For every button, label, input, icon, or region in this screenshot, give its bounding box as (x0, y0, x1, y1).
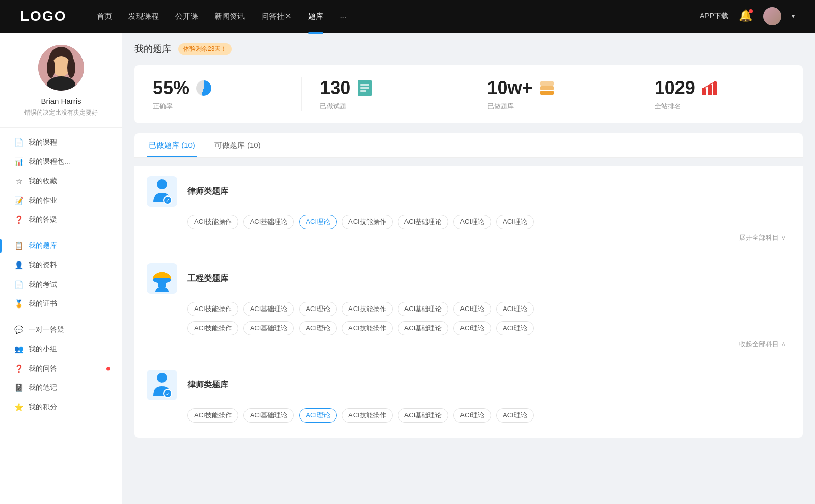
tag-item[interactable]: ACI理论 (453, 215, 491, 229)
sidebar-item-qbank[interactable]: 📋 我的题库 (0, 236, 122, 256)
tag-item[interactable]: ACI理论 (496, 321, 534, 335)
tag-item-active[interactable]: ACI理论 (299, 408, 337, 423)
svg-rect-14 (702, 88, 706, 95)
nav-qa[interactable]: 问答社区 (261, 10, 292, 23)
tag-item[interactable]: ACI理论 (496, 215, 534, 229)
notification-dot (749, 9, 753, 13)
svg-point-24 (157, 373, 167, 383)
sidebar-item-profile[interactable]: 👤 我的资料 (0, 256, 122, 275)
sidebar-item-label: 一对一答疑 (29, 325, 64, 334)
tag-item[interactable]: ACI基础理论 (398, 215, 449, 229)
sidebar-divider-2 (0, 317, 122, 317)
nav-discover[interactable]: 发现课程 (128, 10, 159, 23)
tag-item[interactable]: ACI基础理论 (398, 321, 449, 335)
tag-item-active[interactable]: ACI理论 (299, 215, 337, 229)
stat-top: 130 (320, 77, 373, 99)
sidebar-user-motto: 错误的决定比没有决定要好 (24, 108, 98, 117)
avatar-dropdown-icon[interactable]: ▾ (792, 13, 795, 20)
logo: LOGO (20, 8, 66, 24)
tag-item[interactable]: ACI基础理论 (243, 321, 294, 335)
app-download-link[interactable]: APP下载 (700, 12, 728, 21)
tag-item[interactable]: ACI技能操作 (342, 408, 393, 423)
avatar-svg (38, 45, 84, 91)
stat-label-rank: 全站排名 (655, 102, 681, 111)
svg-rect-8 (360, 84, 369, 86)
tag-item[interactable]: ACI理论 (496, 302, 534, 316)
nav-links: 首页 发现课程 公开课 新闻资讯 问答社区 题库 ··· (97, 10, 700, 23)
tag-item[interactable]: ACI理论 (299, 302, 337, 316)
user-avatar[interactable] (763, 7, 781, 25)
one-on-one-icon: 💬 (14, 325, 23, 334)
tag-item[interactable]: ACI基础理论 (398, 302, 449, 316)
tag-item[interactable]: ACI技能操作 (342, 321, 393, 335)
sidebar-item-certificate[interactable]: 🏅 我的证书 (0, 294, 122, 314)
stack-svg (539, 80, 555, 96)
sidebar-item-exam[interactable]: 📄 我的考试 (0, 275, 122, 294)
sidebar-item-1on1[interactable]: 💬 一对一答疑 (0, 320, 122, 340)
qbank-tags-row2: ACI技能操作 ACI基础理论 ACI理论 ACI技能操作 ACI基础理论 AC… (187, 321, 791, 335)
sidebar-item-label: 我的考试 (29, 280, 57, 289)
svg-rect-9 (360, 87, 369, 89)
sidebar-item-questions[interactable]: ❓ 我的问答 (0, 359, 122, 378)
sidebar-item-label: 我的问答 (29, 364, 57, 373)
svg-rect-13 (540, 91, 554, 95)
svg-point-6 (67, 58, 75, 78)
nav-home[interactable]: 首页 (97, 10, 112, 23)
sidebar-item-homework[interactable]: 📝 我的作业 (0, 191, 122, 210)
questions-icon: ❓ (14, 364, 23, 373)
tag-item[interactable]: ACI理论 (453, 408, 491, 423)
qbank-tags-lawyer-2: ACI技能操作 ACI基础理论 ACI理论 ACI技能操作 ACI基础理论 AC… (187, 408, 791, 423)
sidebar-item-group[interactable]: 👥 我的小组 (0, 340, 122, 359)
notification-bell[interactable]: 🔔 (739, 9, 753, 23)
tag-item[interactable]: ACI理论 (496, 408, 534, 423)
tag-item[interactable]: ACI基础理论 (243, 215, 294, 229)
sidebar-item-course[interactable]: 📄 我的课程 (0, 133, 122, 152)
accuracy-pie-icon (196, 80, 212, 96)
pie-chart (196, 80, 211, 96)
tag-item[interactable]: ACI基础理论 (398, 408, 449, 423)
profile-icon: 👤 (14, 261, 23, 270)
tag-item[interactable]: ACI理论 (299, 321, 337, 335)
svg-rect-12 (540, 86, 554, 90)
notes-icon: 📓 (14, 383, 23, 393)
nav-more[interactable]: ··· (340, 10, 346, 23)
stat-top: 55% (153, 77, 212, 99)
sidebar-item-qa[interactable]: ❓ 我的答疑 (0, 210, 122, 230)
nav-qbank[interactable]: 题库 (308, 10, 323, 23)
doc-svg (358, 80, 372, 96)
favorites-icon: ☆ (14, 177, 23, 186)
sidebar-item-label: 我的资料 (29, 261, 57, 270)
qbank-list: ✓ 律师类题库 ACI技能操作 ACI基础理论 ACI理论 ACI技能操作 AC… (134, 166, 803, 438)
expand-link-lawyer-1[interactable]: 展开全部科目 ∨ (147, 233, 791, 242)
tag-item[interactable]: ACI技能操作 (187, 302, 238, 316)
navbar-right: APP下载 🔔 ▾ (700, 7, 795, 25)
sidebar-item-course-pack[interactable]: 📊 我的课程包... (0, 152, 122, 172)
collapse-link-engineer[interactable]: 收起全部科目 ∧ (147, 340, 791, 349)
tag-item[interactable]: ACI技能操作 (187, 408, 238, 423)
points-icon: ⭐ (14, 403, 23, 412)
tag-item[interactable]: ACI技能操作 (187, 321, 238, 335)
tab-available-banks[interactable]: 可做题库 (10) (212, 133, 263, 157)
nav-open-course[interactable]: 公开课 (175, 10, 198, 23)
tabs-row: 已做题库 (10) 可做题库 (10) (134, 133, 803, 158)
tab-done-banks[interactable]: 已做题库 (10) (147, 133, 197, 157)
exam-icon: 📄 (14, 280, 23, 289)
nav-news[interactable]: 新闻资讯 (214, 10, 245, 23)
tag-item[interactable]: ACI基础理论 (243, 408, 294, 423)
tag-item[interactable]: ACI理论 (453, 321, 491, 335)
tag-item[interactable]: ACI技能操作 (342, 302, 393, 316)
sidebar-item-points[interactable]: ⭐ 我的积分 (0, 398, 122, 417)
course-icon: 📄 (14, 138, 23, 147)
sidebar-item-favorites[interactable]: ☆ 我的收藏 (0, 172, 122, 191)
tag-item[interactable]: ACI基础理论 (243, 302, 294, 316)
qbank-icon: 📋 (14, 241, 23, 250)
trial-badge: 体验剩余23天！ (178, 43, 232, 55)
tag-item[interactable]: ACI理论 (453, 302, 491, 316)
qbank-header: ✓ 律师类题库 (147, 176, 791, 207)
tag-item[interactable]: ACI技能操作 (187, 215, 238, 229)
sidebar-divider-1 (0, 233, 122, 233)
navbar: LOGO 首页 发现课程 公开课 新闻资讯 问答社区 题库 ··· APP下载 … (0, 0, 815, 33)
sidebar-item-notes[interactable]: 📓 我的笔记 (0, 378, 122, 398)
stat-rank: 1029 全站排名 (636, 77, 803, 111)
tag-item[interactable]: ACI技能操作 (342, 215, 393, 229)
